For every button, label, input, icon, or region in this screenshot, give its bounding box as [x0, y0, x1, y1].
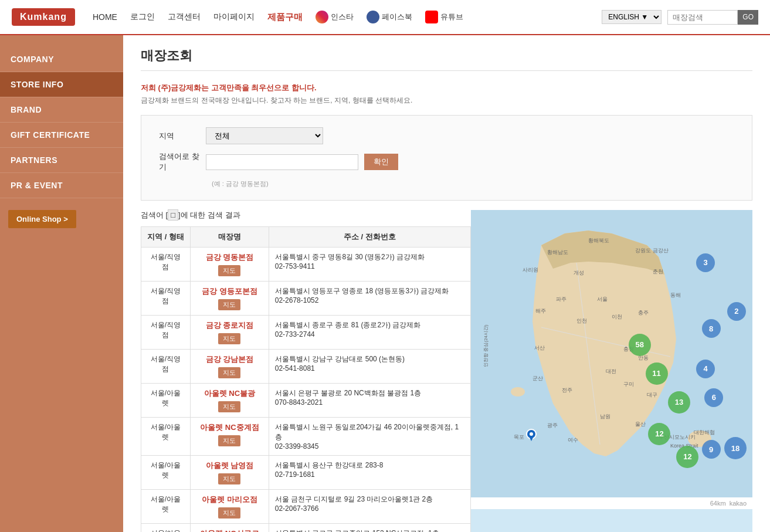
content-left: 검색어 [□]에 대한 검색 결과 지역 / 형태 매장명 주소 / 전화번호 …	[141, 210, 471, 532]
cell-address: 서울특별시 구로구 구로중앙로 152 NC신구로점, 1층02-6923-22…	[269, 524, 470, 533]
map-cluster[interactable]: 3	[696, 253, 715, 272]
cell-address: 서울특별시 종로구 종로 81 (종로2가) 금강제화02-733-2744	[269, 316, 470, 350]
sidebar-link-partners[interactable]: PARTNERS	[0, 148, 123, 172]
online-shop-button[interactable]: Online Shop >	[8, 210, 76, 228]
nav-youtube[interactable]: 유튜브	[425, 11, 463, 23]
map-badge[interactable]: 지도	[218, 265, 240, 276]
nav-products[interactable]: 제품구매	[267, 12, 303, 23]
region-label: 지역	[159, 131, 206, 141]
nav-login[interactable]: 로그인	[130, 12, 155, 22]
youtube-icon	[425, 11, 438, 23]
nav-mypage[interactable]: 마이페이지	[213, 12, 255, 22]
nav-instagram[interactable]: 인스타	[316, 11, 354, 23]
map-badge[interactable]: 지도	[218, 473, 240, 484]
region-select[interactable]: 전체 서울 경기 인천 강원 충청 전라 경상 제주	[206, 127, 323, 144]
map-cluster[interactable]: 8	[702, 319, 721, 338]
cell-region: 서울/직영점	[141, 248, 191, 282]
store-name-link[interactable]: 금강 명동본점	[196, 252, 263, 263]
cell-region: 서울/아울렛	[141, 384, 191, 418]
map-badge[interactable]: 지도	[218, 401, 240, 412]
sidebar-link-company[interactable]: COMPANY	[0, 47, 123, 72]
nav-facebook[interactable]: 페이스북	[367, 11, 412, 23]
map-cluster[interactable]: 13	[668, 391, 690, 414]
cell-store-name: 금강 명동본점 지도	[190, 248, 269, 282]
cell-address: 서울특별시 노원구 동일로204가길 46 20이아울렛중계점, 1층02-33…	[269, 418, 470, 456]
map-cluster[interactable]: 58	[629, 334, 651, 356]
store-name-link[interactable]: 아울렛 NC불광	[196, 388, 263, 399]
sidebar-item-company[interactable]: COMPANY	[0, 47, 123, 72]
map-badge[interactable]: 지도	[218, 299, 240, 310]
cell-store-name: 금강 강남본점 지도	[190, 350, 269, 384]
header-search-button[interactable]: GO	[738, 10, 758, 25]
cell-region: 서울/직영점	[141, 316, 191, 350]
form-hint: (예 : 금강 명동본점)	[212, 179, 734, 188]
sidebar: COMPANY STORE INFO BRAND GIFT CERTIFICAT…	[0, 35, 123, 532]
map-cluster[interactable]: 18	[724, 437, 747, 459]
table-row: 서울/직영점 금강 영등포본점 지도 서울특별시 영등포구 영종로 18 (영등…	[141, 282, 471, 316]
nav-links: HOME 로그인 고객센터 마이페이지 제품구매 인스타 페이스북 유튜브	[93, 11, 593, 23]
sidebar-item-pr[interactable]: PR & EVENT	[0, 173, 123, 198]
sidebar-link-store-info[interactable]: STORE INFO	[0, 72, 123, 97]
cell-region: 서울/직영점	[141, 350, 191, 384]
sidebar-link-gift[interactable]: GIFT CERTIFICATE	[0, 123, 123, 147]
table-row: 서울/직영점 금강 명동본점 지도 서울특별시 중구 명동8길 30 (명동2가…	[141, 248, 471, 282]
map-cluster[interactable]: 11	[646, 362, 668, 385]
map-container: 황해남도 황해북도 강원도 금강산 사리원 개성 춘천 동해 해주 파주 서울 …	[471, 210, 752, 532]
map-clusters: 583821141361212918	[471, 210, 752, 497]
map-badge[interactable]: 지도	[218, 367, 240, 378]
map-cluster[interactable]: 12	[648, 423, 670, 445]
region-row: 지역 전체 서울 경기 인천 강원 충청 전라 경상 제주	[159, 127, 734, 144]
intro-text-2: 금강제화 브랜드의 전국매장 안내입니다. 찾고자 하는 브랜드, 지역, 형태…	[141, 96, 752, 106]
language-select[interactable]: ENGLISH ▼ 한국어	[602, 10, 662, 24]
sidebar-item-store-info[interactable]: STORE INFO	[0, 72, 123, 97]
keyword-input[interactable]	[206, 154, 358, 170]
map-badge[interactable]: 지도	[218, 435, 240, 446]
search-form: 지역 전체 서울 경기 인천 강원 충청 전라 경상 제주 검색어로 찾기 확인	[141, 115, 752, 201]
store-name-link[interactable]: 아울렛 NC중계점	[196, 422, 263, 433]
map-badge[interactable]: 지도	[218, 333, 240, 344]
cell-address: 서울특별시 영등포구 영종로 18 (영등포동3가) 금강제화02-2678-1…	[269, 282, 470, 316]
confirm-button[interactable]: 확인	[364, 154, 398, 170]
header-search: GO	[667, 10, 758, 25]
cell-address: 서울 금천구 디지털로 9길 23 마리오아울렛1관 2층02-2067-376…	[269, 490, 470, 524]
store-name-link[interactable]: 아울렛 NC신구로점	[196, 528, 263, 532]
store-name-link[interactable]: 금강 영등포본점	[196, 286, 263, 297]
map-cluster[interactable]: 12	[676, 446, 698, 468]
map-scale: 64km	[710, 500, 726, 507]
cell-region: 서울/아울렛	[141, 524, 191, 533]
cell-store-name: 금강 영등포본점 지도	[190, 282, 269, 316]
store-name-link[interactable]: 아울렛 마리오점	[196, 494, 263, 505]
table-row: 서울/아울렛 아울렛 NC불광 지도 서울시 은평구 불광로 20 NC백화점 …	[141, 384, 471, 418]
sidebar-item-gift[interactable]: GIFT CERTIFICATE	[0, 123, 123, 148]
cell-address: 서울특별시 용산구 한강대로 283-802-719-1681	[269, 456, 470, 490]
map-cluster[interactable]: 6	[704, 388, 723, 407]
cell-region: 서울/아울렛	[141, 456, 191, 490]
store-name-link[interactable]: 금강 종로지점	[196, 320, 263, 331]
cell-region: 서울/아울렛	[141, 418, 191, 456]
store-name-link[interactable]: 금강 강남본점	[196, 354, 263, 365]
sidebar-link-pr[interactable]: PR & EVENT	[0, 173, 123, 198]
table-row: 서울/직영점 금강 종로지점 지도 서울특별시 종로구 종로 81 (종로2가)…	[141, 316, 471, 350]
cell-address: 서울특별시 중구 명동8길 30 (명동2가) 금강제화02-753-9411	[269, 248, 470, 282]
sidebar-item-partners[interactable]: PARTNERS	[0, 148, 123, 173]
table-row: 서울/아울렛 아울렛 NC중계점 지도 서울특별시 노원구 동일로204가길 4…	[141, 418, 471, 456]
sidebar-link-brand[interactable]: BRAND	[0, 97, 123, 122]
store-table: 지역 / 형태 매장명 주소 / 전화번호 서울/직영점 금강 명동본점 지도 …	[141, 226, 471, 532]
logo: Kumkang	[12, 8, 75, 26]
page-title: 매장조회	[141, 47, 752, 71]
map-badge[interactable]: 지도	[218, 507, 240, 519]
cell-address: 서울시 은평구 불광로 20 NC백화점 불광점 1층070-8843-2021	[269, 384, 470, 418]
map-cluster[interactable]: 2	[727, 302, 746, 321]
store-name-link[interactable]: 아울렛 남영점	[196, 460, 263, 471]
cell-store-name: 아울렛 NC신구로점 지도	[190, 524, 269, 533]
nav-home[interactable]: HOME	[93, 12, 117, 22]
map-cluster[interactable]: 4	[696, 360, 715, 378]
top-bar: Kumkang HOME 로그인 고객센터 마이페이지 제품구매 인스타 페이스…	[0, 0, 770, 35]
content-map-row: 검색어 [□]에 대한 검색 결과 지역 / 형태 매장명 주소 / 전화번호 …	[141, 210, 752, 532]
map-cluster[interactable]: 9	[702, 440, 721, 459]
sidebar-item-brand[interactable]: BRAND	[0, 97, 123, 123]
header-search-input[interactable]	[667, 10, 738, 25]
nav-customer[interactable]: 고객센터	[168, 12, 201, 22]
cell-address: 서울특별시 강남구 강남대로 500 (논현동)02-541-8081	[269, 350, 470, 384]
cell-region: 서울/직영점	[141, 282, 191, 316]
